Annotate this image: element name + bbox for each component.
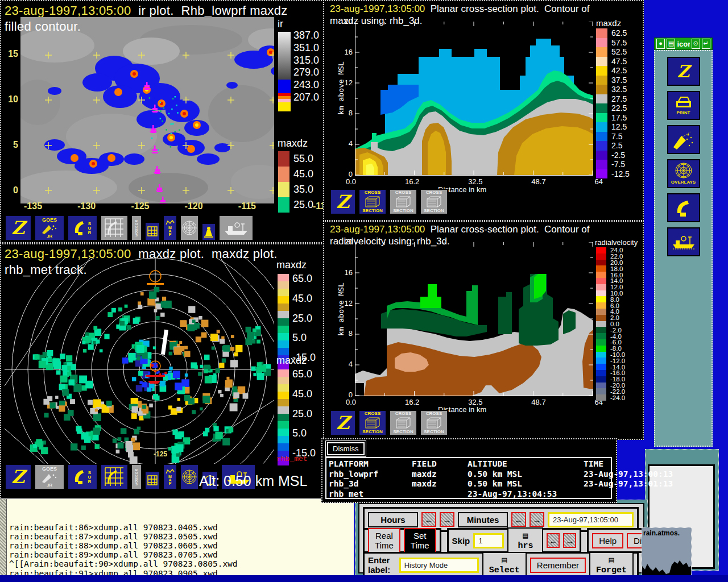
arrow-right-icon: →: [443, 515, 452, 525]
xs1-title-line2: maxdz using: rhb_3d.: [330, 15, 423, 27]
label-field[interactable]: History Mode: [399, 558, 479, 573]
help-button[interactable]: Help: [592, 533, 623, 548]
printer-icon: [674, 95, 693, 110]
zeb-icon: Z: [336, 193, 349, 211]
zeb-icon: Z: [11, 219, 24, 237]
overlays-button[interactable]: OVERLAYS: [667, 159, 700, 188]
cross-section-button-active[interactable]: CROSSSECTION: [358, 410, 387, 436]
zeb-logo-button[interactable]: Z: [330, 410, 356, 436]
zeb-logo-button[interactable]: Z: [5, 215, 32, 241]
xs1-plot[interactable]: [355, 22, 593, 176]
zeb-logo-button[interactable]: Z: [330, 189, 356, 215]
radar-dish-icon: [73, 219, 86, 236]
grid-icon: [147, 226, 158, 237]
zeb-logo-button[interactable]: Z: [5, 464, 32, 490]
goes-ir-button[interactable]: GOES.IR: [34, 464, 65, 490]
map-button[interactable]: MAP: [163, 464, 177, 490]
bounds-button[interactable]: BOUNDS: [131, 464, 142, 490]
cross-section-button[interactable]: CROSSSECTION: [389, 189, 417, 215]
radar-colorbar2-labels: 65.045.025.05.0-15.0: [292, 368, 316, 459]
skip-units-button[interactable]: ▤ hrs: [507, 527, 543, 554]
ship-button[interactable]: [667, 227, 700, 256]
satellite-button[interactable]: [667, 125, 700, 154]
time-control-window: Hours ← → Minutes ← → 23-Aug-97,13:05:00…: [355, 500, 648, 577]
grid-button[interactable]: [144, 471, 160, 490]
grid-radar-button[interactable]: [100, 215, 129, 241]
print-button[interactable]: PRINT: [667, 91, 700, 120]
desktop: 23-aug-1997,13:05:00 ir plot. Rhb_lowprf…: [0, 0, 728, 582]
table-row: rhb_met23-Aug-97,13:04:53: [329, 489, 609, 500]
set-time-button[interactable]: Set Time: [404, 528, 436, 553]
skip-back-button[interactable]: ←: [547, 533, 560, 548]
cross-section-maxdz-window: 23-aug-1997,13:05:00 Planar cross-sectio…: [323, 0, 644, 221]
label-row: Enter label: History Mode ▤ Select Remem…: [363, 552, 639, 578]
hours-forward-button[interactable]: →: [440, 512, 454, 527]
cross-section-button[interactable]: CROSSSECTION: [389, 410, 417, 436]
minutes-forward-button[interactable]: →: [530, 512, 544, 527]
cube-icon: [395, 195, 412, 209]
rings-button[interactable]: [180, 215, 199, 241]
skip-forward-button[interactable]: →: [563, 533, 576, 548]
table-header: PLATFORMFIELDALTITUDETIME: [329, 459, 609, 469]
remember-button[interactable]: Remember: [530, 558, 586, 573]
skip-label: Skip: [452, 536, 470, 546]
cube-icon: [364, 416, 381, 430]
grid-radar-button[interactable]: [100, 464, 129, 490]
map-button[interactable]: MAP: [163, 215, 177, 241]
xs2-plot[interactable]: [355, 242, 593, 396]
buoy-button[interactable]: [201, 223, 216, 241]
maximize-icon[interactable]: ↵: [702, 39, 710, 49]
satellite-image[interactable]: [20, 17, 274, 203]
cross-section-button[interactable]: CROSSSECTION: [420, 189, 448, 215]
minutes-back-button[interactable]: ←: [511, 512, 526, 527]
cube-icon: [364, 195, 381, 209]
surveillance-button[interactable]: SUR: [67, 215, 98, 241]
xs2-title: 23-aug-1997,13:05:00 Planar cross-sectio…: [330, 224, 589, 235]
grid-radar-icon: [104, 218, 125, 238]
y-tick-label: 0: [13, 185, 18, 196]
data-available-window: Dismiss PLATFORMFIELDALTITUDETIME rhb_lo…: [321, 438, 617, 503]
bounds-button[interactable]: BOUNDS: [131, 215, 142, 241]
icon-panel-titlebar: ● ▤ icon ⊙ ↵: [654, 38, 713, 50]
buoy-icon: [204, 226, 214, 238]
hours-button[interactable]: Hours: [368, 512, 418, 527]
cross-section-button[interactable]: CROSSSECTION: [420, 410, 448, 436]
dismiss-button[interactable]: Dismiss: [327, 442, 365, 455]
hours-back-button[interactable]: ←: [421, 512, 436, 527]
load-monitor-window[interactable]: rain.atmos.: [642, 527, 692, 577]
track-platform-label: rhb_met: [276, 455, 308, 463]
select-button[interactable]: ▤ Select: [482, 552, 527, 578]
terminal-scrollbar[interactable]: [0, 499, 7, 578]
goes-ir-button[interactable]: GOES.IR: [34, 215, 65, 241]
table-body: rhb_lowprfmaxdz0.50 km MSL23-Aug-97,13:0…: [329, 469, 609, 500]
cross-section-button-active[interactable]: CROSSSECTION: [358, 189, 387, 215]
skip-box: Skip 1 ▤ hrs ← →: [447, 528, 582, 553]
x-tick-label: -130: [77, 201, 96, 211]
real-time-button[interactable]: Real Time: [368, 528, 400, 553]
menu-icon: ▤: [523, 531, 528, 541]
ir-window-title: 23-aug-1997,13:05:00 ir plot. Rhb_lowprf…: [5, 3, 287, 18]
surveillance-button[interactable]: SUR: [67, 464, 98, 490]
time-field[interactable]: 23-Aug-97,13:05:00: [548, 512, 634, 527]
skip-field[interactable]: 1: [473, 533, 504, 548]
minutes-button[interactable]: Minutes: [458, 512, 508, 527]
zeb-logo-button[interactable]: Z: [667, 57, 700, 86]
window-list-icon[interactable]: ▤: [667, 39, 675, 49]
grid-button[interactable]: [144, 222, 160, 241]
forget-button[interactable]: ▤ Forget: [589, 552, 634, 578]
mode-row: Real Time Set Time Skip 1 ▤ hrs ← → Help…: [363, 528, 639, 548]
radar-ppi-display[interactable]: [5, 258, 274, 464]
altitude-label: Alt: 0.50 km MSL: [199, 473, 307, 489]
iconify-icon[interactable]: ⊙: [692, 39, 700, 49]
ship-button[interactable]: [218, 215, 254, 241]
ir-maxdz-colorbar-title: maxdz: [278, 138, 308, 149]
window-menu-icon[interactable]: ●: [656, 39, 665, 49]
terminal-window[interactable]: rain:beaufait:86>xdump.all 970823.0405.x…: [0, 498, 354, 578]
title-text: ir plot. Rhb_lowprf maxdz: [131, 3, 288, 18]
cube-icon: [425, 416, 442, 430]
radar-colorbar1-labels: 65.045.025.05.0-15.0: [292, 273, 316, 364]
rings-button[interactable]: [180, 464, 199, 490]
cube-icon: [395, 416, 412, 430]
radar-dish-button[interactable]: [667, 193, 700, 222]
grid-radar-icon: [104, 467, 125, 487]
